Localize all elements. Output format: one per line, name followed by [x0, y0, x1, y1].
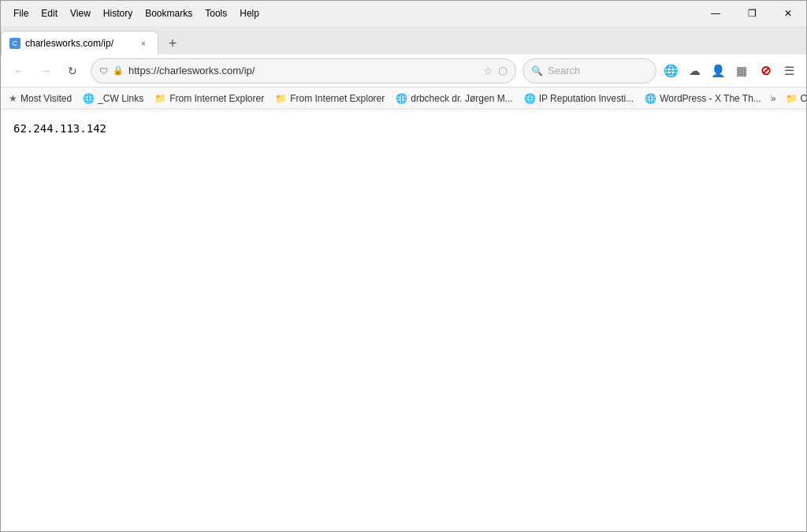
tab-title: charlesworks.com/ip/	[25, 38, 132, 49]
menu-help[interactable]: Help	[233, 5, 266, 22]
nav-right-icons: 🌐 ☁ 👤 ▦ ⊘ ☰	[660, 60, 800, 82]
menu-file[interactable]: File	[7, 5, 35, 22]
bookmark-drbcheck[interactable]: 🌐 drbcheck dr. Jørgen M...	[391, 91, 517, 106]
url-text: https://charlesworks.com/ip/	[128, 65, 478, 76]
bookmark-ip-reputation[interactable]: 🌐 IP Reputation Investi...	[519, 91, 639, 106]
shield-icon: 🛡	[99, 66, 108, 76]
reload-button[interactable]: ↻	[61, 59, 84, 83]
bookmark-most-visited[interactable]: ★ Most Visited	[4, 91, 76, 106]
ip-address: 62.244.113.142	[13, 122, 106, 135]
search-placeholder: Search	[548, 65, 580, 76]
bookmark-star-icon[interactable]: ☆	[483, 65, 493, 77]
from-ie-2-icon: 📁	[275, 93, 287, 104]
title-bar: File Edit View History Bookmarks Tools H…	[1, 1, 806, 26]
bookmark-label: drbcheck dr. Jørgen M...	[411, 93, 512, 104]
menu-bar: File Edit View History Bookmarks Tools H…	[7, 5, 266, 22]
lock-icon: 🔒	[113, 65, 124, 76]
menu-icon-button[interactable]: ☰	[778, 60, 800, 82]
bookmark-wordpress[interactable]: 🌐 WordPress - X The Th...	[640, 91, 766, 106]
bookmark-cw-links[interactable]: 🌐 _CW Links	[78, 91, 148, 106]
url-bar[interactable]: 🛡 🔒 https://charlesworks.com/ip/ ☆ ⬡	[91, 58, 516, 84]
other-bookmarks-icon: 📁	[786, 93, 798, 104]
most-visited-icon: ★	[9, 93, 17, 104]
window-controls: — ❐ ✕	[697, 1, 806, 26]
menu-tools[interactable]: Tools	[199, 5, 233, 22]
ip-reputation-icon: 🌐	[524, 93, 536, 104]
search-icon: 🔍	[531, 65, 543, 76]
bookmarks-more-button[interactable]: »	[768, 91, 779, 106]
bookmark-from-ie-2[interactable]: 📁 From Internet Explorer	[270, 91, 389, 106]
bookmark-from-ie-1[interactable]: 📁 From Internet Explorer	[150, 91, 269, 106]
navigation-bar: ← → ↻ 🛡 🔒 https://charlesworks.com/ip/ ☆…	[1, 54, 806, 87]
bookmark-label: IP Reputation Investi...	[539, 93, 634, 104]
bookmark-label: _CW Links	[98, 93, 143, 104]
maximize-button[interactable]: ❐	[734, 1, 770, 26]
tab-close-button[interactable]: ×	[137, 37, 150, 50]
drbcheck-icon: 🌐	[396, 93, 407, 104]
bookmark-label: Most Visited	[20, 93, 72, 104]
from-ie-1-icon: 📁	[154, 93, 166, 104]
browser-tab[interactable]: C charlesworks.com/ip/ ×	[1, 31, 158, 54]
menu-bookmarks[interactable]: Bookmarks	[139, 5, 199, 22]
menu-edit[interactable]: Edit	[35, 5, 64, 22]
content-area: 62.244.113.142	[1, 110, 806, 531]
bookmarks-bar: ★ Most Visited 🌐 _CW Links 📁 From Intern…	[1, 87, 806, 110]
tab-favicon: C	[9, 38, 20, 49]
pocket-icon[interactable]: ⬡	[498, 65, 508, 77]
menu-history[interactable]: History	[97, 5, 139, 22]
back-button[interactable]: ←	[7, 59, 31, 83]
wordpress-icon: 🌐	[645, 93, 656, 104]
other-bookmarks[interactable]: 📁 Other Bookmarks	[781, 91, 806, 106]
grid-icon-button[interactable]: ▦	[731, 60, 753, 82]
menu-view[interactable]: View	[64, 5, 97, 22]
new-tab-button[interactable]: +	[162, 32, 184, 54]
bookmark-label: From Internet Explorer	[290, 93, 385, 104]
minimize-button[interactable]: —	[697, 1, 734, 26]
search-bar[interactable]: 🔍 Search	[523, 58, 656, 84]
cloud-icon-button[interactable]: ☁	[683, 60, 705, 82]
cw-links-icon: 🌐	[83, 93, 95, 104]
forward-button[interactable]: →	[34, 59, 58, 83]
no-icon-button[interactable]: ⊘	[754, 60, 776, 82]
bookmark-label: WordPress - X The Th...	[660, 93, 761, 104]
bookmark-label: From Internet Explorer	[169, 93, 264, 104]
globe-icon-button[interactable]: 🌐	[660, 60, 682, 82]
person-icon-button[interactable]: 👤	[707, 60, 729, 82]
close-button[interactable]: ✕	[770, 1, 806, 26]
other-bookmarks-label: Other Bookmarks	[801, 93, 806, 104]
tab-bar: C charlesworks.com/ip/ × +	[1, 26, 806, 54]
